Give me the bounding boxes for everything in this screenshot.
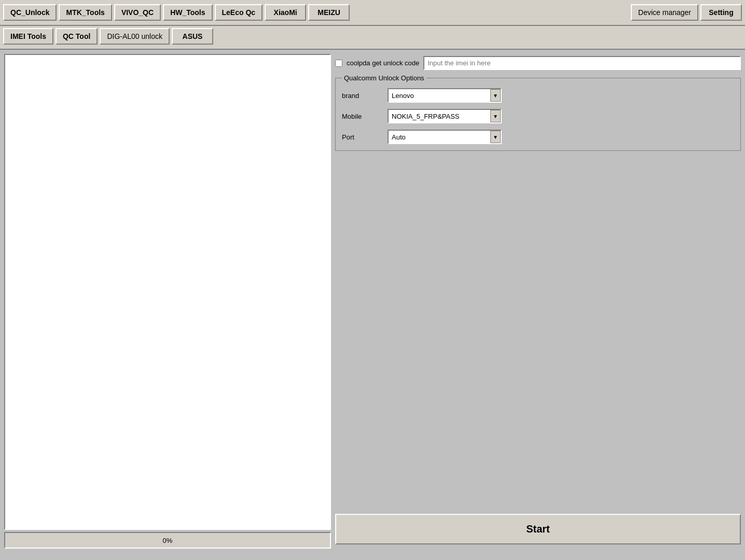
- device-manager-button[interactable]: Device manager: [631, 4, 698, 21]
- brand-dropdown[interactable]: ▼: [388, 88, 502, 103]
- mobile-row: Mobile ▼: [342, 109, 734, 123]
- port-row: Port ▼: [342, 130, 734, 144]
- coolpda-checkbox[interactable]: [335, 60, 342, 67]
- left-panel: 0%: [4, 54, 331, 549]
- toolbar: QC_Unlock MTK_Tools VIVO_QC HW_Tools LeE…: [0, 0, 745, 50]
- qualcomm-options-group: Qualcomm Unlock Options brand ▼ Mobile ▼…: [335, 74, 741, 151]
- bottom-area: [335, 151, 741, 512]
- mobile-input[interactable]: [389, 110, 490, 122]
- main-area: 0% coolpda get unlock code Qualcomm Unlo…: [0, 50, 745, 553]
- port-label: Port: [342, 133, 383, 141]
- asus-button[interactable]: ASUS: [172, 28, 213, 45]
- right-panel: coolpda get unlock code Qualcomm Unlock …: [335, 54, 741, 549]
- xiaomi-button[interactable]: XiaoMi: [265, 4, 306, 21]
- dig-al00-button[interactable]: DIG-AL00 unlock: [100, 28, 170, 45]
- mtk-tools-button[interactable]: MTK_Tools: [59, 4, 112, 21]
- port-dropdown-btn[interactable]: ▼: [490, 131, 501, 143]
- coolpda-row: coolpda get unlock code: [335, 54, 741, 72]
- imei-tools-button[interactable]: IMEI Tools: [3, 28, 53, 45]
- leeco-qc-button[interactable]: LeEco Qc: [215, 4, 263, 21]
- brand-dropdown-btn[interactable]: ▼: [490, 89, 501, 102]
- mobile-dropdown[interactable]: ▼: [388, 109, 502, 123]
- start-button-container: Start: [335, 512, 741, 549]
- progress-label: 0%: [163, 537, 173, 544]
- mobile-dropdown-btn[interactable]: ▼: [490, 110, 501, 122]
- meizu-button[interactable]: MEIZU: [308, 4, 350, 21]
- brand-label: brand: [342, 92, 383, 100]
- options-group-legend: Qualcomm Unlock Options: [342, 74, 426, 82]
- progress-bar-container: 0%: [4, 532, 331, 549]
- coolpda-label: coolpda get unlock code: [347, 59, 419, 67]
- port-input[interactable]: [389, 131, 490, 143]
- brand-row: brand ▼: [342, 88, 734, 103]
- brand-input[interactable]: [389, 90, 490, 102]
- setting-button[interactable]: Setting: [700, 4, 742, 21]
- qc-tool-button[interactable]: QC Tool: [56, 28, 98, 45]
- vivo-qc-button[interactable]: VIVO_QC: [114, 4, 161, 21]
- hw-tools-button[interactable]: HW_Tools: [163, 4, 212, 21]
- start-button[interactable]: Start: [335, 514, 741, 544]
- imei-input[interactable]: [423, 56, 741, 70]
- qc-unlock-button[interactable]: QC_Unlock: [3, 4, 57, 21]
- port-dropdown[interactable]: ▼: [388, 130, 502, 144]
- mobile-label: Mobile: [342, 113, 383, 120]
- log-area: [4, 54, 331, 530]
